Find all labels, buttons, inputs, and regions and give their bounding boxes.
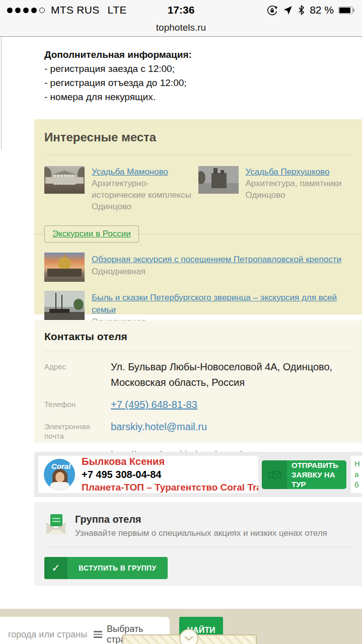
carrier-label: MTS RUS (51, 4, 100, 16)
agent-name: Былкова Ксения (82, 456, 258, 468)
additional-info-title: Дополнительная информация: (44, 48, 192, 62)
contact-email-link[interactable]: barskiy.hotel@mail.ru (111, 421, 207, 432)
signal-strength-icon (7, 8, 45, 13)
excursion-duration: Однодневная (92, 266, 341, 278)
contact-label-email: Электронная почта (44, 419, 101, 441)
group-title: Группа отеля (75, 513, 327, 525)
place-category: Архитектурно-исторические комплексы (92, 178, 193, 201)
divider (44, 547, 352, 547)
send-tour-request-button[interactable]: ОТПРАВИТЬ ЗАЯВКУ НА ТУР (262, 460, 346, 489)
place-card: Усадьба Мамоново Архитектурно-историческ… (44, 166, 198, 212)
group-subtitle: Узнавайте первым о специальных акциях и … (75, 528, 327, 538)
place-thumbnail-mamonovo[interactable] (44, 166, 85, 194)
excursion-link[interactable]: Обзорная экскурсия с посещением Петропав… (92, 255, 341, 264)
place-link[interactable]: Усадьба Перхушково (246, 167, 330, 177)
place-city: Одинцово (246, 189, 342, 201)
additional-info-block: Дополнительная информация: - регистрация… (44, 48, 192, 104)
send-request-icon (262, 460, 287, 489)
place-city: Одинцово (92, 201, 193, 212)
hotel-contacts-section: Контакты отеля Адрес Ул. Бульвар Любы-Но… (34, 320, 362, 443)
join-group-label: ВСТУПИТЬ В ГРУППУ (67, 564, 168, 572)
place-link[interactable]: Усадьба Мамоново (92, 167, 168, 177)
status-bar: MTS RUS LTE 17:36 82 % (0, 0, 362, 20)
interesting-places-section: Интересные места Усадьба Мамоново Архите… (34, 119, 362, 314)
agent-phone: +7 495 308-04-84 (82, 468, 258, 481)
hotel-group-section: Группа отеля Узнавайте первым о специаль… (34, 502, 362, 586)
join-group-button[interactable]: ✓ ВСТУПИТЬ В ГРУППУ (44, 557, 168, 579)
place-category: Архитектура, памятники (246, 178, 342, 189)
search-footer-bar: Выбрать страну НАЙТИ (0, 609, 362, 644)
contact-label-phone: Телефон (44, 397, 101, 413)
envelope-icon (44, 513, 67, 535)
clock: 17:36 (168, 4, 195, 16)
battery-percent-label: 82 % (310, 4, 334, 16)
battery-icon (338, 7, 353, 14)
contact-phone-link[interactable]: +7 (495) 648-81-83 (111, 399, 197, 410)
section-title-contacts: Контакты отеля (44, 331, 352, 343)
browser-url-bar[interactable]: tophotels.ru (0, 20, 362, 37)
place-thumbnail-perkhushkovo[interactable] (198, 166, 239, 194)
collapse-toggle[interactable] (179, 629, 198, 644)
iphone-screen: MTS RUS LTE 17:36 82 % tophotels.ru (0, 0, 362, 644)
agent-agency: Планета-ТОП – Турагентство Coral Travel (82, 481, 258, 493)
agent-avatar: Coral (44, 459, 75, 490)
places-row: Усадьба Мамоново Архитектурно-историческ… (44, 166, 352, 212)
destination-search-input[interactable] (0, 629, 93, 640)
chevron-down-icon (184, 636, 193, 641)
excursion-thumbnail-ship[interactable] (44, 291, 85, 320)
coral-logo: Coral (51, 462, 70, 470)
additional-info-line: - регистрация отъезда до 12:00; (44, 76, 192, 90)
send-tour-request-label: ОТПРАВИТЬ ЗАЯВКУ НА ТУР (287, 460, 346, 489)
contact-label-address: Адрес (44, 359, 101, 390)
clipped-banner-text: Н а б (351, 456, 362, 493)
orientation-lock-icon (266, 5, 278, 16)
page-left-border (1, 37, 2, 149)
menu-icon (94, 631, 102, 638)
divider (44, 351, 352, 351)
excursion-item: Обзорная экскурсия с посещением Петропав… (44, 253, 352, 282)
place-card: Усадьба Перхушково Архитектура, памятник… (198, 166, 352, 212)
checkmark-icon: ✓ (44, 557, 67, 579)
excursion-link[interactable]: Быль и сказки Петербургского зверинца – … (92, 293, 337, 314)
agent-card: Coral Былкова Ксения +7 495 308-04-84 Пл… (38, 456, 258, 493)
travel-agent-banner: Coral Былкова Ксения +7 495 308-04-84 Пл… (34, 452, 362, 497)
network-type-label: LTE (108, 4, 127, 16)
bluetooth-icon (298, 5, 305, 16)
divider (44, 154, 352, 155)
section-title-places: Интересные места (44, 130, 352, 144)
excursion-thumbnail-cathedral[interactable] (44, 253, 85, 282)
location-arrow-icon (282, 5, 293, 16)
additional-info-line: - номера для некурящих. (44, 90, 192, 104)
excursions-russia-button[interactable]: Экскурсии в России (44, 225, 139, 243)
additional-info-line: - регистрация заезда с 12:00; (44, 62, 192, 76)
contact-value-address: Ул. Бульвар Любы-Новоселовой 4А, Одинцов… (111, 359, 352, 390)
